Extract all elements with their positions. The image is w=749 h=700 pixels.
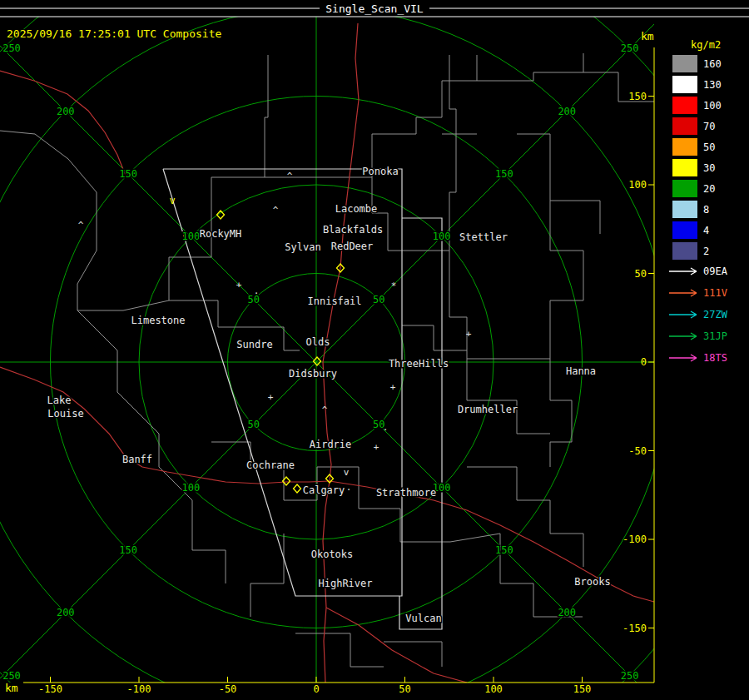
- y-axis-tick-label: -100: [623, 534, 647, 545]
- radial-lines: [0, 0, 749, 700]
- y-axis-tick-label: -150: [623, 623, 647, 634]
- colorbar-unit-label: kg/m2: [691, 39, 721, 51]
- city-label-cochrane: Cochrane: [246, 459, 295, 471]
- city-label-reddeer: RedDeer: [331, 241, 374, 252]
- city-label-strathmore: Strathmore: [376, 487, 436, 499]
- range-label-150km: 150: [495, 544, 513, 556]
- range-label-50km: 50: [373, 294, 384, 305]
- colorbar-swatch-8: [672, 201, 697, 218]
- county-boundary: [402, 325, 467, 350]
- city-label-hanna: Hanna: [566, 365, 596, 377]
- x-axis-tick-label: -150: [38, 683, 62, 695]
- highway: [326, 608, 467, 683]
- legend-arrow-111V: [669, 290, 697, 296]
- map-symbol: +: [466, 329, 472, 340]
- colorbar-value-50: 50: [703, 141, 715, 153]
- county-boundary: [449, 55, 456, 251]
- city-label-louise: Louise: [47, 408, 83, 420]
- colorbar-swatch-30: [672, 159, 697, 176]
- county-boundary: [192, 500, 226, 583]
- colorbar-value-30: 30: [703, 162, 715, 174]
- county-boundary: [477, 53, 583, 81]
- county-boundary: [384, 642, 442, 667]
- legend-site-id-18TS: 18TS: [703, 352, 727, 364]
- range-label-200km: 200: [558, 106, 576, 117]
- legend-arrow-31JP: [669, 333, 697, 340]
- legend-arrow-27ZW: [669, 311, 697, 318]
- colorbar: 16013010070503020842: [672, 55, 722, 260]
- city-label-rockymh: RockyMH: [200, 228, 242, 240]
- range-label-200km: 200: [57, 106, 75, 117]
- city-label-didsbury: Didsbury: [289, 368, 337, 380]
- colorbar-swatch-2: [672, 242, 697, 260]
- city-label-stettler: Stettler: [459, 231, 508, 243]
- axes: -150-100-50050100150150100500-50-100-150: [23, 47, 654, 695]
- radar-site-legend: 09EA111V27ZW31JP18TS: [669, 266, 728, 364]
- plot-area: 5050505010010010010015015015015020020020…: [0, 0, 749, 700]
- county-boundary: [211, 442, 250, 467]
- county-boundary: [250, 534, 284, 617]
- city-label-sylvan: Sylvan: [285, 241, 320, 253]
- county-boundary: [77, 310, 192, 500]
- radar-window: 5050505010010010010015015015015020020020…: [0, 0, 749, 700]
- legend-site-id-31JP: 31JP: [703, 330, 727, 342]
- y-axis-tick-label: 150: [628, 91, 647, 102]
- colorbar-value-20: 20: [703, 183, 715, 195]
- range-label-100km: 100: [182, 482, 201, 494]
- x-axis-unit-label: km: [5, 682, 18, 694]
- county-boundary: [0, 131, 123, 310]
- range-label-150km: 150: [495, 168, 513, 180]
- map-symbol: ^: [273, 205, 279, 216]
- city-label-vulcan: Vulcan: [405, 613, 441, 624]
- radial-line-135deg: [0, 0, 316, 362]
- map-symbol: .: [254, 285, 260, 296]
- colorbar-value-100: 100: [703, 100, 722, 112]
- city-label-ponoka: Ponoka: [362, 166, 398, 177]
- colorbar-swatch-100: [672, 97, 697, 114]
- map-symbol: ^: [287, 171, 293, 181]
- range-label-200km: 200: [558, 607, 576, 618]
- range-label-100km: 100: [182, 231, 201, 242]
- county-boundary: [550, 201, 583, 359]
- map-symbols: ^^^^+++++*...vv: [78, 171, 472, 493]
- colorbar-value-4: 4: [703, 225, 709, 236]
- legend-arrow-18TS: [669, 355, 697, 361]
- city-label-threehills: ThreeHills: [389, 358, 449, 370]
- range-label-250km: 250: [2, 670, 21, 682]
- colorbar-swatch-70: [672, 117, 697, 135]
- city-label-brooks: Brooks: [574, 576, 610, 588]
- site-diamond-marker: [294, 484, 301, 493]
- city-label-calgary: Calgary: [303, 484, 345, 496]
- map-symbol: +: [268, 392, 274, 403]
- county-boundary: [295, 633, 384, 667]
- county-boundary: [450, 534, 583, 617]
- colorbar-swatch-20: [672, 180, 697, 197]
- city-label-lacombe: Lacombe: [335, 203, 378, 215]
- map-symbol: *: [391, 280, 397, 291]
- range-label-150km: 150: [119, 544, 137, 556]
- map-symbol: v: [344, 467, 350, 478]
- legend-site-id-27ZW: 27ZW: [703, 309, 728, 320]
- range-label-250km: 250: [621, 42, 639, 54]
- map-symbol: +: [374, 442, 379, 453]
- map-symbol: ^: [322, 405, 328, 415]
- county-boundary-lines: [0, 53, 654, 667]
- map-symbol: .: [383, 422, 389, 433]
- colorbar-value-8: 8: [703, 204, 709, 216]
- legend-site-id-111V: 111V: [703, 287, 727, 299]
- city-label-highriver: HighRiver: [318, 578, 372, 589]
- range-rings: [0, 0, 749, 700]
- range-label-150km: 150: [119, 168, 137, 180]
- x-axis-tick-label: -100: [127, 683, 151, 695]
- map-symbol: .: [346, 482, 352, 493]
- colorbar-value-2: 2: [703, 246, 709, 257]
- county-boundary: [359, 509, 450, 542]
- y-axis-unit-label: km: [641, 30, 654, 42]
- site-arrow-symbol: v: [169, 195, 175, 206]
- x-axis-tick-label: 100: [484, 683, 503, 695]
- city-label-banff: Banff: [122, 454, 152, 465]
- colorbar-swatch-130: [672, 76, 697, 93]
- city-label-olds: Olds: [306, 336, 330, 348]
- y-axis-tick-label: 0: [641, 356, 647, 368]
- range-ring-250km: [0, 0, 749, 700]
